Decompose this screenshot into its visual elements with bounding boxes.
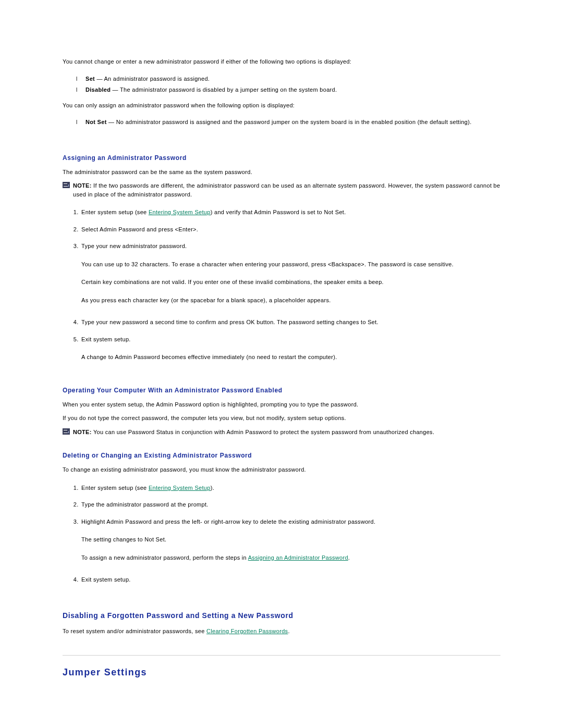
- heading-assigning: Assigning an Administrator Password: [63, 154, 500, 162]
- heading-operating: Operating Your Computer With an Administ…: [63, 387, 500, 394]
- note-label: NOTE:: [73, 182, 92, 189]
- step-item: Enter system setup (see Entering System …: [80, 204, 500, 221]
- operating-p1: When you enter system setup, the Admin P…: [63, 400, 500, 409]
- list-item: l Set — An administrator password is ass…: [76, 73, 500, 85]
- list-text: Set — An administrator password is assig…: [85, 75, 210, 84]
- step-text: Enter system setup (see Entering System …: [81, 485, 214, 491]
- step-text: Type your new administrator password.: [81, 243, 187, 249]
- step-item: Type your new password a second time to …: [80, 314, 500, 331]
- intro-options-list: l Set — An administrator password is ass…: [63, 71, 500, 101]
- step-subtext: You can use up to 32 characters. To eras…: [81, 260, 500, 269]
- step-text: Type your new password a second time to …: [81, 319, 378, 325]
- list-item: l Disabled — The administrator password …: [76, 84, 500, 96]
- step-item: Enter system setup (see Entering System …: [80, 479, 500, 497]
- step-subtext: The setting changes to Not Set.: [81, 535, 500, 544]
- note-body: NOTE: You can use Password Status in con…: [73, 428, 500, 437]
- step-text: Exit system setup.: [81, 336, 131, 342]
- intro-options-list-2: l Not Set — No administrator password is…: [63, 115, 500, 133]
- operating-p2: If you do not type the correct password,…: [63, 414, 500, 423]
- link-entering-system-setup[interactable]: Entering System Setup: [149, 209, 211, 215]
- bullet-icon: l: [76, 86, 81, 94]
- intro-only-assign: You can only assign an administrator pas…: [63, 101, 500, 110]
- note-label: NOTE:: [73, 429, 92, 435]
- bullet-icon: l: [76, 118, 81, 127]
- deleting-intro: To change an existing administrator pass…: [63, 465, 500, 474]
- step-text: Type the administrator password at the p…: [81, 501, 209, 508]
- step-subtext: A change to Admin Password becomes effec…: [81, 353, 500, 362]
- note-assigning: NOTE: If the two passwords are different…: [63, 181, 500, 199]
- assigning-intro: The administrator password can be the sa…: [63, 168, 500, 177]
- step-text: Enter system setup (see Entering System …: [81, 209, 346, 215]
- list-item: l Not Set — No administrator password is…: [76, 117, 500, 128]
- step-item: Type your new administrator password. Yo…: [80, 238, 500, 309]
- disabling-text: To reset system and/or administrator pas…: [63, 627, 500, 636]
- step-subtext: As you press each character key (or the …: [81, 296, 500, 305]
- step-subtext: To assign a new administrator password, …: [81, 553, 500, 562]
- deleting-steps: Enter system setup (see Entering System …: [63, 479, 500, 588]
- section-divider: [63, 655, 500, 656]
- note-icon: [63, 182, 70, 188]
- list-text: Disabled — The administrator password is…: [85, 85, 337, 95]
- step-text: Exit system setup.: [81, 576, 131, 583]
- note-body: NOTE: If the two passwords are different…: [73, 181, 500, 199]
- note-operating: NOTE: You can use Password Status in con…: [63, 428, 500, 437]
- link-entering-system-setup[interactable]: Entering System Setup: [149, 485, 211, 491]
- step-item: Exit system setup. A change to Admin Pas…: [80, 331, 500, 366]
- note-text: You can use Password Status in conjuncti…: [92, 429, 435, 435]
- link-assigning-admin-password[interactable]: Assigning an Administrator Password: [248, 554, 348, 561]
- step-item: Highlight Admin Password and press the l…: [80, 513, 500, 566]
- step-text: Select Admin Password and press <Enter>.: [81, 226, 198, 232]
- step-subtext: Certain key combinations are not valid. …: [81, 278, 500, 287]
- intro-cannot-change: You cannot change or enter a new adminis…: [63, 57, 500, 66]
- step-item: Select Admin Password and press <Enter>.: [80, 221, 500, 238]
- note-text: If the two passwords are different, the …: [73, 182, 500, 198]
- step-item: Exit system setup.: [80, 571, 500, 588]
- list-text: Not Set — No administrator password is a…: [85, 118, 472, 127]
- link-clearing-forgotten-passwords[interactable]: Clearing Forgotten Passwords: [206, 628, 288, 634]
- assigning-steps: Enter system setup (see Entering System …: [63, 204, 500, 366]
- bullet-icon: l: [76, 75, 81, 83]
- step-text: Highlight Admin Password and press the l…: [81, 519, 375, 525]
- step-item: Type the administrator password at the p…: [80, 496, 500, 513]
- heading-disabling-forgotten: Disabling a Forgotten Password and Setti…: [63, 611, 500, 620]
- heading-deleting: Deleting or Changing an Existing Adminis…: [63, 452, 500, 459]
- heading-jumper-settings: Jumper Settings: [63, 667, 500, 678]
- document-page: You cannot change or enter a new adminis…: [0, 0, 563, 709]
- note-icon: [63, 428, 70, 435]
